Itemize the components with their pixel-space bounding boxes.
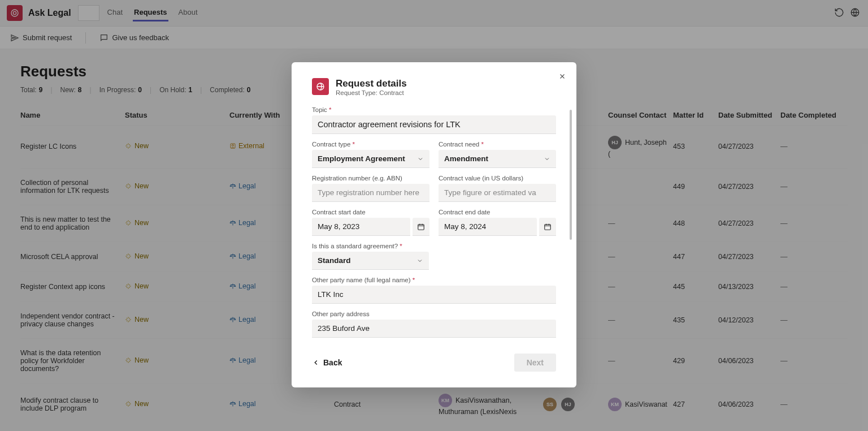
contract-need-label: Contract need * (439, 141, 556, 148)
calendar-icon (417, 223, 425, 231)
close-icon (558, 72, 566, 80)
calendar-icon (544, 223, 552, 231)
other-party-name-label: Other party name (full legal name) * (312, 277, 556, 283)
back-button[interactable]: Back (312, 358, 342, 367)
modal-overlay[interactable]: Request details Request Type: Contract T… (0, 0, 868, 431)
other-party-name-input[interactable] (312, 286, 556, 304)
modal-form: Topic * Contract type * Contract need * (312, 106, 556, 338)
request-details-modal: Request details Request Type: Contract T… (292, 62, 576, 387)
contract-need-select[interactable] (439, 150, 556, 168)
start-date-picker-button[interactable] (413, 218, 429, 236)
other-party-address-input[interactable] (312, 320, 556, 338)
modal-scrollbar[interactable] (570, 110, 572, 240)
topic-input[interactable] (312, 115, 556, 134)
other-party-address-label: Other party address (312, 311, 556, 317)
modal-subtitle: Request Type: Contract (336, 89, 407, 96)
svg-rect-7 (545, 224, 551, 229)
standard-label: Is this a standard agreement? * (312, 243, 429, 249)
topic-label: Topic * (312, 106, 556, 113)
registration-label: Registration number (e.g. ABN) (312, 175, 429, 182)
end-date-input[interactable] (439, 218, 537, 236)
start-date-input[interactable] (312, 218, 410, 236)
standard-select[interactable] (312, 252, 429, 270)
end-date-label: Contract end date (439, 209, 556, 215)
registration-input[interactable] (312, 184, 429, 202)
end-date-picker-button[interactable] (539, 218, 556, 236)
chevron-left-icon (312, 359, 320, 367)
start-date-label: Contract start date (312, 209, 429, 215)
contract-value-label: Contract value (in US dollars) (439, 175, 556, 182)
close-button[interactable] (558, 72, 566, 80)
contract-type-select[interactable] (312, 150, 429, 168)
contract-value-input[interactable] (439, 184, 556, 202)
modal-title: Request details (336, 78, 407, 89)
next-button[interactable]: Next (514, 354, 556, 372)
svg-rect-6 (418, 224, 424, 229)
modal-logo-icon (312, 78, 329, 95)
contract-type-label: Contract type * (312, 141, 429, 148)
